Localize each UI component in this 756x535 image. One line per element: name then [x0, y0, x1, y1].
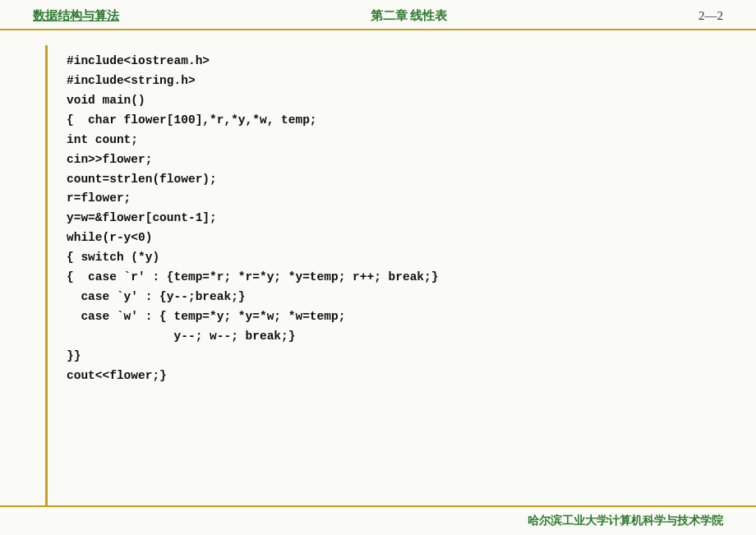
header-title-left: 数据结构与算法: [33, 8, 119, 24]
code-line-10: while(r-y<0): [67, 228, 740, 248]
code-block: #include<iostream.h> #include<string.h> …: [58, 45, 756, 505]
footer-institution: 哈尔滨工业大学计算机科学与技术学院: [528, 514, 723, 528]
slide-page: 数据结构与算法 第二章 线性表 2—2 #include<iostream.h>…: [0, 0, 756, 535]
header-title-center: 第二章 线性表: [371, 8, 448, 24]
code-line-1: #include<iostream.h>: [67, 52, 740, 71]
left-border-decoration: [45, 45, 50, 505]
code-line-14: case `w′ : { temp=*y; *y=*w; *w=temp;: [67, 307, 740, 327]
code-line-2: #include<string.h>: [67, 71, 740, 91]
content-area: #include<iostream.h> #include<string.h> …: [0, 30, 756, 505]
code-line-13: case `y′ : {y--;break;}: [67, 288, 740, 307]
code-line-11: { switch (*y): [67, 248, 740, 268]
code-line-3: void main(): [67, 91, 740, 111]
code-line-8: r=flower;: [67, 189, 740, 209]
slide-footer: 哈尔滨工业大学计算机科学与技术学院: [0, 505, 756, 535]
code-line-12: { case `r′ : {temp=*r; *r=*y; *y=temp; r…: [67, 268, 740, 288]
code-line-9: y=w=&flower[count-1];: [67, 209, 740, 228]
code-line-6: cin>>flower;: [67, 150, 740, 170]
code-line-15: y--; w--; break;}: [67, 327, 740, 347]
code-line-4: { char flower[100],*r,*y,*w, temp;: [67, 111, 740, 131]
slide-header: 数据结构与算法 第二章 线性表 2—2: [0, 0, 756, 30]
code-line-7: count=strlen(flower);: [67, 170, 740, 190]
code-line-17: cout<<flower;}: [67, 367, 740, 386]
code-line-5: int count;: [67, 131, 740, 150]
header-page-number: 2—2: [698, 9, 723, 23]
code-line-16: }}: [67, 347, 740, 367]
